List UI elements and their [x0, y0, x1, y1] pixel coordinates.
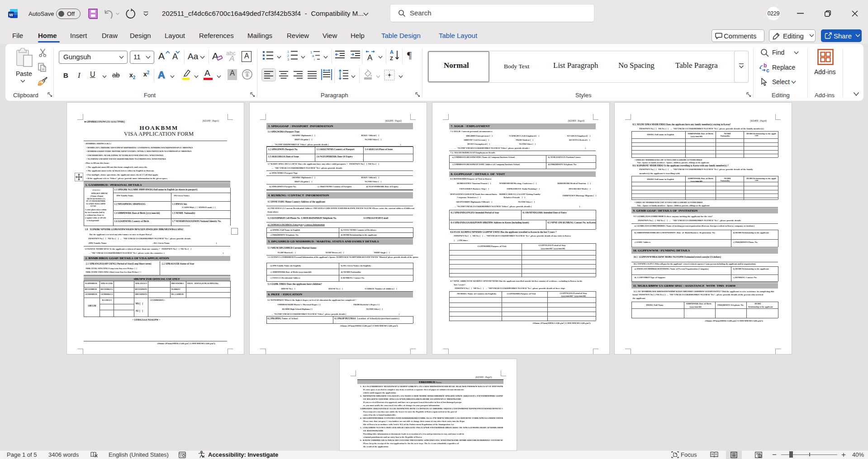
svg-text:A: A	[390, 49, 394, 55]
svg-text:Z: Z	[390, 56, 393, 61]
svg-text:1: 1	[287, 50, 289, 53]
svg-text:2: 2	[287, 54, 289, 57]
svg-text:W: W	[9, 12, 13, 17]
svg-text:3: 3	[287, 58, 289, 61]
svg-text:i: i	[314, 57, 315, 61]
svg-text:c: c	[766, 67, 769, 73]
svg-text:A: A	[367, 53, 373, 61]
